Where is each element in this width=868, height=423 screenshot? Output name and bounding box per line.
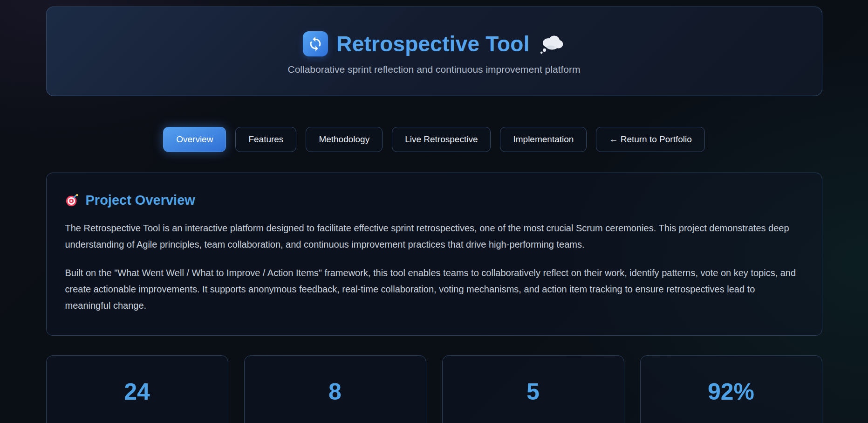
- sync-icon: [303, 31, 328, 56]
- hero-card: Retrospective Tool Colla: [46, 7, 822, 96]
- stat-card: 24: [46, 355, 228, 423]
- stat-value: 8: [245, 378, 426, 405]
- page-subtitle: Collaborative sprint reflection and cont…: [65, 64, 803, 75]
- project-overview-heading-label: Project Overview: [86, 193, 195, 208]
- stat-value: 5: [443, 378, 624, 405]
- stats-row: 24 8 5 92%: [46, 355, 822, 423]
- stat-card: 92%: [640, 355, 822, 423]
- stat-value: 24: [47, 378, 228, 405]
- page-container: Retrospective Tool Colla: [46, 0, 822, 423]
- tab-methodology[interactable]: Methodology: [306, 127, 383, 152]
- return-to-portfolio-button[interactable]: ← Return to Portfolio: [596, 127, 704, 152]
- tab-bar: Overview Features Methodology Live Retro…: [46, 127, 822, 152]
- stat-card: 5: [442, 355, 624, 423]
- target-icon: [65, 194, 79, 208]
- overview-paragraph-2: Built on the "What Went Well / What to I…: [65, 265, 803, 314]
- stat-card: 8: [244, 355, 426, 423]
- tab-live-retrospective[interactable]: Live Retrospective: [392, 127, 491, 152]
- hero-title-row: Retrospective Tool: [65, 31, 803, 56]
- tab-features[interactable]: Features: [235, 127, 296, 152]
- tab-implementation[interactable]: Implementation: [500, 127, 587, 152]
- project-overview-heading: Project Overview: [65, 193, 803, 208]
- project-overview-card: Project Overview The Retrospective Tool …: [46, 173, 822, 336]
- stat-value: 92%: [641, 378, 822, 405]
- page-title: Retrospective Tool: [336, 31, 529, 56]
- tab-overview[interactable]: Overview: [163, 127, 226, 152]
- overview-paragraph-1: The Retrospective Tool is an interactive…: [65, 220, 803, 253]
- thought-cloud-icon: [538, 34, 565, 54]
